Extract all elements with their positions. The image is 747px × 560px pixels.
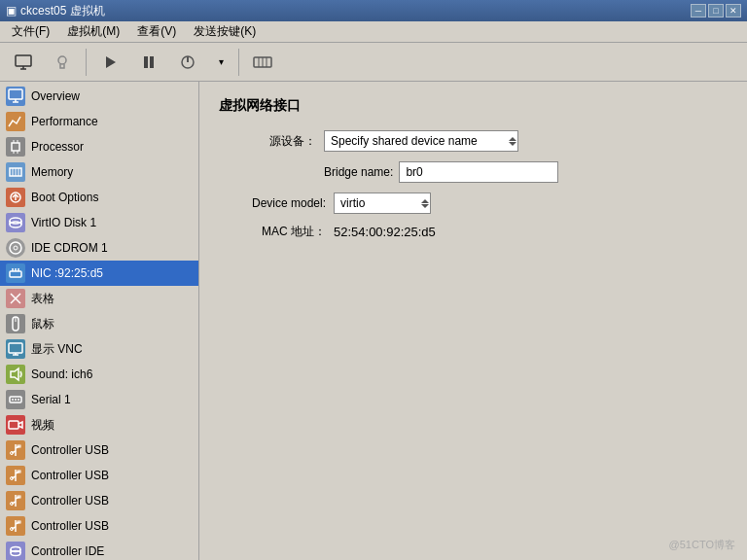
sidebar-item-performance[interactable]: Performance <box>0 109 198 134</box>
toolbar-display-btn[interactable] <box>6 47 41 78</box>
device-model-row: Device model: virtio e1000 rtl8139 <box>219 192 728 214</box>
nic-icon <box>6 263 25 283</box>
svg-rect-13 <box>9 89 22 99</box>
sidebar-item-tablet[interactable]: 表格 <box>0 286 198 311</box>
sidebar-item-sound[interactable]: Sound: ich6 <box>0 362 198 387</box>
menu-file[interactable]: 文件(F) <box>4 21 57 42</box>
watermark: @51CTO博客 <box>669 538 735 552</box>
source-device-label: 源设备： <box>219 133 316 150</box>
menu-sendkey[interactable]: 发送按键(K) <box>186 21 264 42</box>
toolbar-sendkey-btn[interactable] <box>245 47 280 78</box>
mac-address-row: MAC 地址： 52:54:00:92:25:d5 <box>219 224 728 240</box>
sidebar-item-boot-options[interactable]: Boot Options <box>0 185 198 210</box>
svg-point-30 <box>10 222 21 228</box>
sidebar: Overview Performance Processor Memory Bo <box>0 82 199 560</box>
serial-icon <box>6 390 25 409</box>
device-model-select[interactable]: virtio e1000 rtl8139 <box>334 192 431 214</box>
mouse-icon <box>6 314 25 333</box>
mac-label: MAC 地址： <box>219 224 326 240</box>
source-device-select[interactable]: Specify shared device name Physical devi… <box>324 130 518 152</box>
sidebar-nic-label: NIC :92:25:d5 <box>31 266 103 280</box>
title-text: ckcest05 虚拟机 <box>20 3 105 19</box>
window-controls[interactable]: ─ □ ✕ <box>691 4 741 18</box>
sidebar-video-label: 视频 <box>31 417 54 434</box>
svg-point-72 <box>11 551 20 556</box>
sidebar-item-processor[interactable]: Processor <box>0 134 198 159</box>
sidebar-item-memory[interactable]: Memory <box>0 159 198 185</box>
minimize-button[interactable]: ─ <box>691 4 706 18</box>
usb-3-icon <box>6 491 25 510</box>
usb-1-icon <box>6 440 25 460</box>
toolbar-play-btn[interactable] <box>92 47 127 78</box>
device-model-label: Device model: <box>219 196 326 210</box>
bridge-name-row: Bridge name: <box>219 161 728 183</box>
sidebar-item-nic[interactable]: NIC :92:25:d5 <box>0 261 198 286</box>
sendkey-icon <box>253 54 272 70</box>
sidebar-item-mouse[interactable]: 鼠标 <box>0 311 198 336</box>
sidebar-controller-usb-4-label: Controller USB <box>31 519 109 533</box>
processor-icon <box>6 137 25 157</box>
toolbar-sep-2 <box>238 49 239 76</box>
sidebar-item-controller-usb-2[interactable]: Controller USB <box>0 463 198 488</box>
title-bar: ▣ ckcest05 虚拟机 ─ □ ✕ <box>0 0 747 21</box>
content-title: 虚拟网络接口 <box>219 97 728 115</box>
sidebar-item-serial[interactable]: Serial 1 <box>0 387 198 412</box>
sidebar-virtio-disk-label: VirtIO Disk 1 <box>31 216 96 229</box>
menu-view[interactable]: 查看(V) <box>129 21 184 42</box>
mac-value: 52:54:00:92:25:d5 <box>334 225 436 239</box>
video-icon <box>6 415 25 435</box>
app-icon: ▣ <box>6 4 17 18</box>
content-panel: 虚拟网络接口 源设备： Specify shared device name P… <box>199 82 747 560</box>
toolbar-pause-btn[interactable] <box>131 47 166 78</box>
toolbar-light-btn[interactable] <box>45 47 80 78</box>
sidebar-item-overview[interactable]: Overview <box>0 84 198 109</box>
svg-rect-33 <box>10 271 21 277</box>
svg-marker-4 <box>106 56 116 68</box>
toolbar-sep-1 <box>86 49 87 76</box>
sidebar-item-video[interactable]: 视频 <box>0 412 198 438</box>
title-bar-left: ▣ ckcest05 虚拟机 <box>6 3 105 19</box>
sound-icon <box>6 365 25 384</box>
sidebar-item-controller-ide[interactable]: Controller IDE <box>0 539 198 560</box>
svg-marker-43 <box>11 368 18 380</box>
play-icon <box>102 54 118 70</box>
toolbar-power-btn[interactable] <box>170 47 205 78</box>
svg-rect-0 <box>16 55 31 66</box>
sidebar-item-ide-cdrom[interactable]: IDE CDROM 1 <box>0 235 198 261</box>
bridge-name-input[interactable] <box>399 161 558 183</box>
menu-vm[interactable]: 虚拟机(M) <box>59 21 127 42</box>
sidebar-item-controller-usb-4[interactable]: Controller USB <box>0 513 198 539</box>
boot-icon <box>6 188 25 207</box>
sidebar-boot-options-label: Boot Options <box>31 191 98 204</box>
sidebar-display-vnc-label: 显示 VNC <box>31 341 83 358</box>
sidebar-tablet-label: 表格 <box>31 291 54 307</box>
toolbar: ▾ <box>0 43 747 82</box>
svg-point-47 <box>18 399 19 401</box>
sidebar-controller-usb-3-label: Controller USB <box>31 494 109 508</box>
sidebar-controller-usb-2-label: Controller USB <box>31 469 109 482</box>
tablet-icon <box>6 289 25 308</box>
usb-2-icon <box>6 466 25 485</box>
svg-rect-5 <box>144 56 148 68</box>
sidebar-serial-label: Serial 1 <box>31 393 71 406</box>
sidebar-memory-label: Memory <box>31 165 73 179</box>
toolbar-power-dropdown[interactable]: ▾ <box>209 47 232 78</box>
close-button[interactable]: ✕ <box>726 4 741 18</box>
sidebar-item-display-vnc[interactable]: 显示 VNC <box>0 336 198 362</box>
svg-rect-48 <box>9 421 18 429</box>
light-icon <box>53 52 72 72</box>
sidebar-controller-usb-1-label: Controller USB <box>31 443 109 457</box>
source-device-select-wrapper: Specify shared device name Physical devi… <box>324 130 518 152</box>
usb-4-icon <box>6 516 25 536</box>
source-device-row: 源设备： Specify shared device name Physical… <box>219 130 728 152</box>
maximize-button[interactable]: □ <box>708 4 724 18</box>
svg-point-46 <box>15 399 17 401</box>
sidebar-item-virtio-disk[interactable]: VirtIO Disk 1 <box>0 210 198 235</box>
sidebar-processor-label: Processor <box>31 140 84 154</box>
sidebar-item-controller-usb-1[interactable]: Controller USB <box>0 438 198 463</box>
svg-point-32 <box>14 246 18 250</box>
svg-point-3 <box>58 56 66 64</box>
sidebar-item-controller-usb-3[interactable]: Controller USB <box>0 488 198 513</box>
svg-rect-6 <box>150 56 154 68</box>
menu-bar: 文件(F) 虚拟机(M) 查看(V) 发送按键(K) <box>0 21 747 43</box>
